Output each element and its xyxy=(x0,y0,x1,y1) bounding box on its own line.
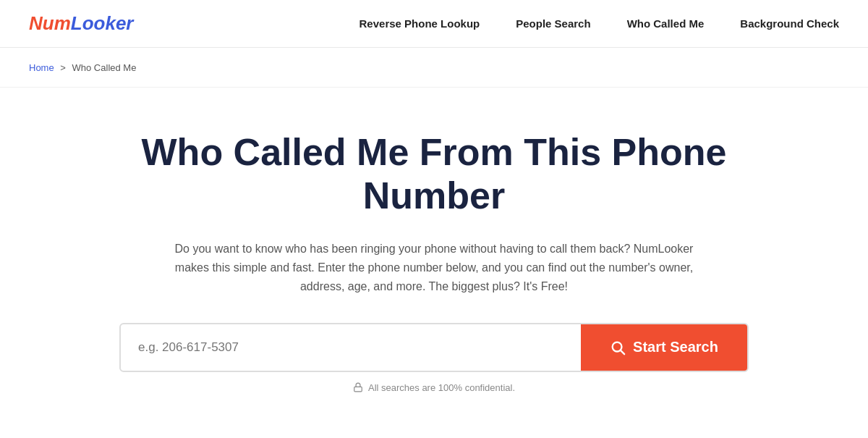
breadcrumb: Home > Who Called Me xyxy=(29,62,136,73)
nav-reverse-phone-lookup[interactable]: Reverse Phone Lookup xyxy=(359,17,480,30)
page-title: Who Called Me From This Phone Number xyxy=(123,131,745,218)
logo-num: Num xyxy=(29,12,71,35)
logo[interactable]: NumLooker xyxy=(29,12,133,35)
nav-background-check[interactable]: Background Check xyxy=(740,17,839,30)
breadcrumb-current: Who Called Me xyxy=(72,62,137,73)
main-nav: Reverse Phone Lookup People Search Who C… xyxy=(359,17,839,30)
breadcrumb-bar: Home > Who Called Me xyxy=(0,48,868,88)
search-button-label: Start Search xyxy=(633,339,718,355)
search-input[interactable] xyxy=(121,324,581,371)
svg-line-1 xyxy=(621,350,624,354)
breadcrumb-home[interactable]: Home xyxy=(29,62,54,73)
confidential-note: All searches are 100% confidential. xyxy=(368,382,515,393)
header: NumLooker Reverse Phone Lookup People Se… xyxy=(0,0,868,48)
logo-looker: Looker xyxy=(71,12,134,35)
confidential-note-container: All searches are 100% confidential. xyxy=(353,382,515,393)
main-content: Who Called Me From This Phone Number Do … xyxy=(0,88,868,422)
breadcrumb-separator: > xyxy=(60,62,66,73)
search-container: Start Search xyxy=(119,323,749,372)
start-search-button[interactable]: Start Search xyxy=(581,324,747,371)
page-description: Do you want to know who has been ringing… xyxy=(159,240,709,297)
lock-icon xyxy=(353,382,363,392)
nav-people-search[interactable]: People Search xyxy=(516,17,590,30)
nav-who-called-me[interactable]: Who Called Me xyxy=(627,17,705,30)
svg-rect-2 xyxy=(354,387,362,392)
search-icon xyxy=(610,340,626,355)
